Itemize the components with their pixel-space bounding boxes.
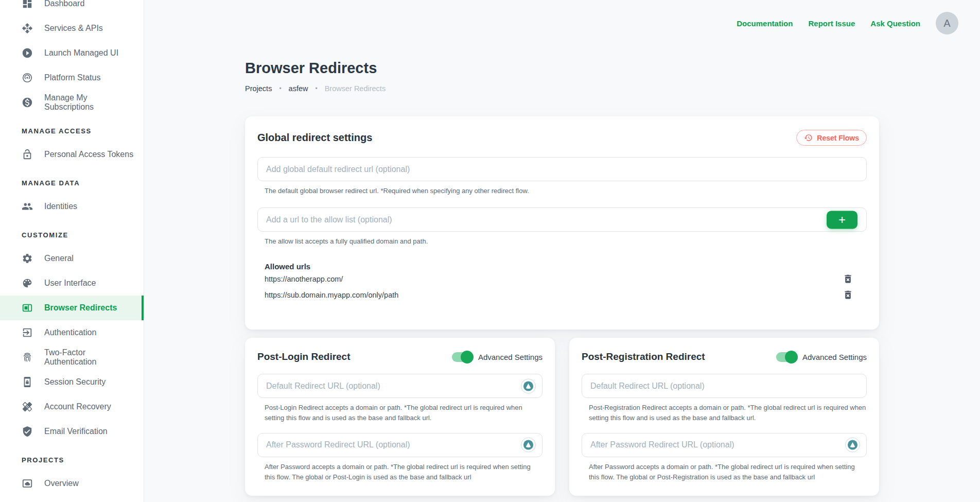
- exit-to-app-icon: [22, 327, 33, 338]
- sidebar-section-customize: CUSTOMIZE: [0, 219, 144, 246]
- breadcrumb-projects[interactable]: Projects: [245, 84, 272, 93]
- mountain-icon: [847, 439, 859, 451]
- podcast-icon: [22, 72, 33, 83]
- content-container: Browser Redirects Projects • asfew • Bro…: [245, 0, 879, 496]
- avatar[interactable]: A: [936, 12, 958, 34]
- allowed-url-text: https://sub.domain.myapp.com/only/path: [265, 291, 398, 299]
- post-login-default-url-input[interactable]: [257, 374, 542, 398]
- post-registration-toggle-label: Advanced Settings: [802, 353, 867, 361]
- sidebar-section-manage-access: MANAGE ACCESS: [0, 115, 144, 142]
- delete-url-button[interactable]: [843, 289, 853, 300]
- sidebar-item-label: Overview: [44, 479, 79, 488]
- sidebar-item-user-interface[interactable]: User Interface: [0, 271, 144, 296]
- post-registration-after-password-help: After Password accepts a domain or path.…: [589, 462, 867, 482]
- post-login-default-help: Post-Login Redirect accepts a domain or …: [265, 403, 542, 423]
- sidebar-item-two-factor-authentication[interactable]: Two-Factor Authentication: [0, 345, 144, 370]
- sidebar-item-platform-status[interactable]: Platform Status: [0, 65, 144, 90]
- toggle-knob: [785, 351, 798, 363]
- allowed-url-row: https://anotherapp.com/: [265, 271, 853, 287]
- sidebar-section-manage-data: MANAGE DATA: [0, 167, 144, 194]
- cloud-frame-icon: [22, 478, 33, 489]
- sidebar-item-browser-redirects[interactable]: Browser Redirects: [0, 296, 144, 320]
- global-redirect-settings-card: Global redirect settings Reset Flows The…: [245, 116, 879, 330]
- global-card-title: Global redirect settings: [257, 132, 372, 144]
- sidebar-item-label: Browser Redirects: [44, 303, 117, 313]
- sidebar-item-label: Two-Factor Authentication: [44, 348, 137, 367]
- sidebar-item-label: Authentication: [44, 328, 96, 337]
- sidebar-item-label: Manage My Subscriptions: [44, 93, 137, 112]
- bandage-icon: [22, 401, 33, 412]
- mountain-icon: [522, 380, 534, 392]
- trash-icon: [843, 289, 853, 300]
- post-login-after-password-help: After Password accepts a domain or path.…: [265, 462, 542, 482]
- global-default-help: The default global browser redirect url.…: [265, 186, 867, 196]
- post-registration-default-help: Post-Registration Redirect accepts a dom…: [589, 403, 867, 423]
- topbar: Documentation Report Issue Ask Question …: [144, 0, 980, 46]
- sidebar-item-label: Email Verification: [44, 427, 108, 436]
- sidebar-item-personal-access-tokens[interactable]: Personal Access Tokens: [0, 142, 144, 167]
- post-registration-title: Post-Registration Redirect: [582, 351, 705, 362]
- reset-flows-button[interactable]: Reset Flows: [796, 130, 867, 146]
- sidebar-nav: Dashboard Services & APIs Launch Managed…: [0, 0, 144, 496]
- history-icon: [804, 133, 813, 142]
- sidebar-item-label: Services & APIs: [44, 24, 103, 33]
- breadcrumb-project-name[interactable]: asfew: [289, 84, 308, 93]
- ask-question-link[interactable]: Ask Question: [870, 19, 920, 28]
- sidebar-item-label: Platform Status: [44, 73, 100, 82]
- sidebar-item-general[interactable]: General: [0, 246, 144, 271]
- delete-url-button[interactable]: [843, 273, 853, 284]
- toggle-knob: [461, 351, 474, 363]
- post-login-after-password-url-input[interactable]: [257, 433, 542, 457]
- sidebar-section-projects: PROJECTS: [0, 444, 144, 471]
- sidebar-item-overview[interactable]: Overview: [0, 471, 144, 496]
- services-icon: [22, 23, 33, 34]
- post-login-after-password-variable-button[interactable]: [521, 438, 536, 453]
- documentation-link[interactable]: Documentation: [737, 19, 793, 28]
- palette-icon: [22, 278, 33, 289]
- breadcrumb-separator: •: [315, 85, 317, 92]
- post-registration-advanced-toggle[interactable]: [776, 352, 797, 362]
- allow-list-help: The allow list accepts a fully qualified…: [265, 236, 867, 247]
- allowed-url-row: https://sub.domain.myapp.com/only/path: [265, 287, 853, 303]
- dashboard-icon: [22, 0, 33, 9]
- post-registration-after-password-url-input[interactable]: [582, 433, 867, 457]
- mountain-icon: [522, 439, 534, 451]
- sidebar-item-label: General: [44, 254, 74, 263]
- allowed-urls-title: Allowed urls: [265, 262, 867, 271]
- sidebar-item-email-verification[interactable]: Email Verification: [0, 419, 144, 444]
- sidebar: Dashboard Services & APIs Launch Managed…: [0, 0, 144, 502]
- allow-list-url-input[interactable]: [257, 207, 867, 232]
- sidebar-item-account-recovery[interactable]: Account Recovery: [0, 394, 144, 419]
- sidebar-item-label: Dashboard: [44, 0, 84, 8]
- sidebar-item-services-apis[interactable]: Services & APIs: [0, 16, 144, 41]
- breadcrumb: Projects • asfew • Browser Redirects: [245, 84, 879, 93]
- post-registration-default-url-input[interactable]: [582, 374, 867, 398]
- post-login-advanced-toggle[interactable]: [452, 352, 472, 362]
- post-login-toggle-label: Advanced Settings: [478, 353, 542, 361]
- report-issue-link[interactable]: Report Issue: [808, 19, 855, 28]
- allowed-url-text: https://anotherapp.com/: [265, 275, 343, 283]
- sidebar-item-label: User Interface: [44, 279, 96, 288]
- sidebar-item-authentication[interactable]: Authentication: [0, 320, 144, 345]
- post-login-redirect-card: Post-Login Redirect Advanced Settings Po…: [245, 338, 555, 496]
- post-login-default-url-variable-button[interactable]: [521, 378, 536, 393]
- reset-flows-label: Reset Flows: [817, 134, 859, 142]
- sidebar-item-manage-my-subscriptions[interactable]: Manage My Subscriptions: [0, 90, 144, 115]
- browser-window-icon: [22, 302, 33, 314]
- sidebar-item-label: Identities: [44, 202, 77, 211]
- sidebar-item-label: Account Recovery: [44, 402, 111, 411]
- main-area: Documentation Report Issue Ask Question …: [144, 0, 980, 502]
- shield-check-icon: [22, 426, 33, 437]
- sidebar-item-label: Personal Access Tokens: [44, 150, 133, 159]
- sidebar-item-dashboard[interactable]: Dashboard: [0, 0, 144, 16]
- global-default-redirect-url-input[interactable]: [257, 157, 867, 181]
- sidebar-item-identities[interactable]: Identities: [0, 194, 144, 219]
- post-registration-after-password-variable-button[interactable]: [845, 438, 860, 453]
- fingerprint-icon: [22, 352, 33, 363]
- add-url-button[interactable]: +: [827, 211, 857, 229]
- breadcrumb-current: Browser Redirects: [325, 84, 386, 93]
- sidebar-item-launch-managed-ui[interactable]: Launch Managed UI: [0, 41, 144, 65]
- trash-icon: [843, 273, 853, 284]
- lock-open-icon: [22, 149, 33, 160]
- sidebar-item-session-security[interactable]: Session Security: [0, 370, 144, 394]
